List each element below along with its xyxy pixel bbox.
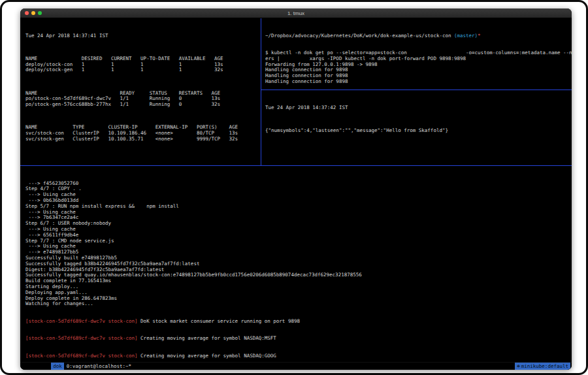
tmux-session-chip[interactable]: dok — [51, 363, 64, 370]
traffic-lights — [20, 11, 42, 15]
service-json-response: {"numsymbols":4,"lastseen":"","message":… — [265, 128, 569, 134]
pod-log-message: Creating moving average for symbol NASDA… — [138, 353, 276, 359]
kubectl-timestamp: Tue 24 Apr 2018 14:37:41 IST — [25, 33, 258, 39]
services-table: NAME TYPE CLUSTER-IP EXTERNAL-IP PORT(S)… — [25, 125, 258, 142]
status-left: dok0:vagrant@localhost:~* — [22, 355, 131, 370]
window-titlebar[interactable]: 1. tmux — [20, 8, 572, 18]
tmux-top-row: Tue 24 Apr 2018 14:37:41 IST NAME DESIRE… — [20, 18, 572, 166]
docker-build-log: ---> f45623052760 Step 4/7 : COPY . . --… — [25, 181, 569, 308]
tmux-content: Tue 24 Apr 2018 14:37:41 IST NAME DESIRE… — [20, 18, 572, 370]
pod-log-prefix: [stock-con-5d7df689cf-dwc7v stock-con] — [25, 335, 138, 341]
port-forward-output: $ kubectl -n dok get po --selector=app=s… — [265, 50, 569, 85]
pod-log-line: [stock-con-5d7df689cf-dwc7v stock-con] D… — [25, 319, 569, 325]
window-title: 1. tmux — [20, 10, 572, 16]
pane-kubectl-watch[interactable]: Tue 24 Apr 2018 14:37:41 IST NAME DESIRE… — [20, 18, 261, 165]
tmux-status-bar: dok0:vagrant@localhost:~* ☸minikube:defa… — [20, 362, 572, 370]
pod-log-line: [stock-con-5d7df689cf-dwc7v stock-con] C… — [25, 336, 569, 342]
pod-log-message: Creating moving average for symbol NASDA… — [138, 335, 276, 341]
close-button[interactable] — [25, 11, 29, 15]
pods-table: NAME READY STATUS RESTARTS AGE po/stock-… — [25, 91, 258, 108]
tmux-window-label[interactable]: 0:vagrant@localhost:~* — [64, 363, 131, 369]
kubernetes-helm-icon: ☸ — [517, 363, 520, 370]
minimize-button[interactable] — [31, 11, 35, 15]
pane-port-forward[interactable]: ~/Dropbox/advocacy/Kubernetes/DoK/work/d… — [261, 18, 572, 90]
screenshot-frame: 1. tmux Tue 24 Apr 2018 14:37:41 IST NAM… — [0, 0, 588, 375]
response-timestamp: Tue 24 Apr 2018 14:37:42 IST — [265, 105, 569, 111]
pod-log-message: DoK stock market consumer service runnin… — [138, 318, 300, 324]
git-branch-label: (master) — [454, 33, 478, 39]
pane-skaffold-log[interactable]: ---> f45623052760 Step 4/7 : COPY . . --… — [20, 166, 572, 362]
prompt-path: ~/Dropbox/advocacy/Kubernetes/DoK/work/d… — [265, 33, 454, 39]
zoom-button[interactable] — [38, 11, 42, 15]
kube-context-chip: ☸minikube:default — [515, 363, 570, 370]
git-dirty-marker: * — [478, 33, 481, 39]
prompt-line: ~/Dropbox/advocacy/Kubernetes/DoK/work/d… — [265, 33, 569, 39]
pod-log-prefix: [stock-con-5d7df689cf-dwc7v stock-con] — [25, 318, 138, 324]
tmux-right-column: ~/Dropbox/advocacy/Kubernetes/DoK/work/d… — [261, 18, 572, 165]
pane-service-response[interactable]: Tue 24 Apr 2018 14:37:42 IST {"numsymbol… — [261, 90, 572, 165]
status-right: ☸minikube:default — [485, 355, 570, 370]
deployments-table: NAME DESIRED CURRENT UP-TO-DATE AVAILABL… — [25, 56, 258, 73]
kube-context-label: minikube:default — [521, 363, 568, 370]
terminal-window: 1. tmux Tue 24 Apr 2018 14:37:41 IST NAM… — [20, 8, 572, 370]
